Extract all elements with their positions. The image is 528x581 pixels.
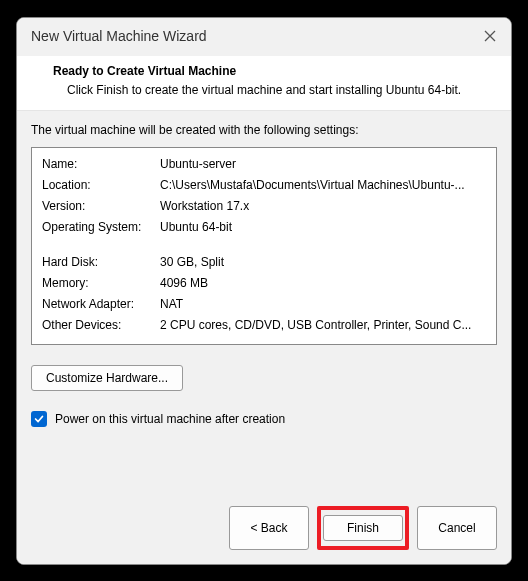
setting-label: Network Adapter: bbox=[42, 294, 160, 315]
setting-label: Location: bbox=[42, 175, 160, 196]
setting-row-memory: Memory: 4096 MB bbox=[42, 273, 486, 294]
titlebar: New Virtual Machine Wizard bbox=[17, 18, 511, 56]
back-button[interactable]: < Back bbox=[229, 506, 309, 550]
customize-hardware-button[interactable]: Customize Hardware... bbox=[31, 365, 183, 391]
setting-value: NAT bbox=[160, 294, 486, 315]
cancel-button[interactable]: Cancel bbox=[417, 506, 497, 550]
setting-row-os: Operating System: Ubuntu 64-bit bbox=[42, 217, 486, 238]
checkbox-checked-icon[interactable] bbox=[31, 411, 47, 427]
setting-label: Other Devices: bbox=[42, 315, 160, 336]
setting-value: Ubuntu-server bbox=[160, 154, 486, 175]
setting-value: 4096 MB bbox=[160, 273, 486, 294]
close-icon[interactable] bbox=[483, 29, 497, 43]
setting-label: Operating System: bbox=[42, 217, 160, 238]
setting-label: Name: bbox=[42, 154, 160, 175]
setting-row-disk: Hard Disk: 30 GB, Split bbox=[42, 252, 486, 273]
content-area: The virtual machine will be created with… bbox=[17, 111, 511, 493]
setting-value: Workstation 17.x bbox=[160, 196, 486, 217]
intro-text: The virtual machine will be created with… bbox=[31, 123, 497, 137]
wizard-window: New Virtual Machine Wizard Ready to Crea… bbox=[16, 17, 512, 565]
setting-value: Ubuntu 64-bit bbox=[160, 217, 486, 238]
setting-label: Hard Disk: bbox=[42, 252, 160, 273]
header-subtitle: Click Finish to create the virtual machi… bbox=[53, 82, 491, 99]
window-title: New Virtual Machine Wizard bbox=[31, 28, 207, 44]
setting-row-other: Other Devices: 2 CPU cores, CD/DVD, USB … bbox=[42, 315, 486, 336]
wizard-header: Ready to Create Virtual Machine Click Fi… bbox=[17, 56, 511, 112]
setting-value: 2 CPU cores, CD/DVD, USB Controller, Pri… bbox=[160, 315, 486, 336]
checkbox-label: Power on this virtual machine after crea… bbox=[55, 412, 285, 426]
setting-row-network: Network Adapter: NAT bbox=[42, 294, 486, 315]
setting-row-location: Location: C:\Users\Mustafa\Documents\Vir… bbox=[42, 175, 486, 196]
setting-row-name: Name: Ubuntu-server bbox=[42, 154, 486, 175]
finish-highlight: Finish bbox=[317, 506, 409, 550]
setting-label: Memory: bbox=[42, 273, 160, 294]
setting-label: Version: bbox=[42, 196, 160, 217]
setting-row-version: Version: Workstation 17.x bbox=[42, 196, 486, 217]
setting-value: C:\Users\Mustafa\Documents\Virtual Machi… bbox=[160, 175, 486, 196]
wizard-footer: < Back Finish Cancel bbox=[17, 494, 511, 564]
finish-button[interactable]: Finish bbox=[323, 515, 403, 541]
header-title: Ready to Create Virtual Machine bbox=[53, 64, 491, 78]
setting-value: 30 GB, Split bbox=[160, 252, 486, 273]
poweron-checkbox-row[interactable]: Power on this virtual machine after crea… bbox=[31, 411, 497, 427]
settings-summary: Name: Ubuntu-server Location: C:\Users\M… bbox=[31, 147, 497, 345]
